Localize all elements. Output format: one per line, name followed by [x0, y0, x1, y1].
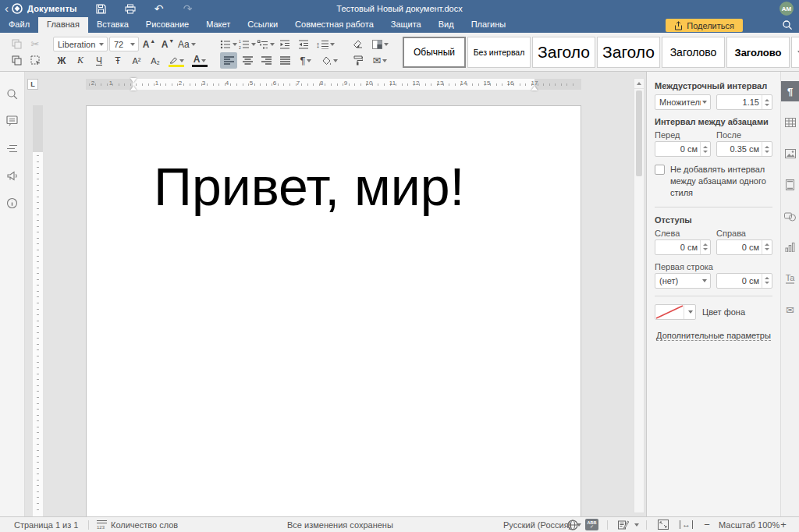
track-changes-button[interactable]	[618, 517, 639, 532]
tab-view[interactable]: Вид	[430, 17, 463, 33]
document-language-button[interactable]	[567, 517, 578, 532]
search-button[interactable]	[782, 20, 793, 30]
align-justify-button[interactable]	[276, 52, 293, 69]
decrease-indent-button[interactable]	[276, 36, 293, 52]
tab-references[interactable]: Ссылки	[239, 17, 286, 33]
bullet-list-button[interactable]	[220, 36, 237, 52]
increase-font-button[interactable]: A▲	[140, 36, 158, 52]
comments-button[interactable]	[5, 113, 20, 129]
zoom-in-button[interactable]: +	[778, 517, 789, 532]
spacing-after-spinner[interactable]: 0.35 см	[716, 141, 772, 157]
first-line-type-select[interactable]: (нет)	[655, 273, 711, 289]
tab-home[interactable]: Главная	[38, 17, 88, 33]
style-heading2[interactable]: Заголо	[597, 37, 660, 68]
font-size-select[interactable]: 72	[109, 37, 139, 51]
tab-textart-settings[interactable]: Ta	[781, 268, 799, 289]
numbered-list-button[interactable]: 12	[239, 36, 256, 52]
vertical-ruler[interactable]	[33, 105, 43, 516]
tab-image-settings[interactable]	[781, 144, 799, 164]
spacing-before-spinner[interactable]: 0 см	[655, 141, 711, 157]
indent-right-spinner[interactable]: 0 см	[716, 239, 772, 255]
align-right-button[interactable]	[257, 52, 275, 69]
line-spacing-type-select[interactable]: Множитель	[655, 94, 711, 110]
tab-paragraph-settings[interactable]: ¶	[781, 81, 799, 101]
navigation-button[interactable]	[5, 140, 20, 156]
left-indent-marker[interactable]	[130, 86, 137, 90]
back-button[interactable]: ‹	[0, 2, 12, 16]
right-indent-marker[interactable]	[531, 86, 538, 90]
change-case-button[interactable]: Aa	[178, 36, 196, 52]
fit-width-button[interactable]: ↔	[680, 517, 693, 532]
scroll-up-button[interactable]	[634, 79, 644, 89]
no-space-between-checkbox[interactable]	[655, 165, 665, 175]
align-center-button[interactable]	[239, 52, 256, 69]
nonprinting-chars-button[interactable]: ¶	[295, 52, 317, 69]
multilevel-list-button[interactable]	[257, 36, 275, 52]
style-no-spacing[interactable]: Без интервал	[467, 37, 531, 68]
tab-draw[interactable]: Рисование	[137, 17, 197, 33]
paragraph-shading-button[interactable]	[318, 52, 340, 69]
increase-indent-button[interactable]	[295, 36, 312, 52]
fit-page-button[interactable]	[658, 517, 669, 532]
horizontal-ruler[interactable]: 2 1 1 2 3 4 5 6 7 8 9 10 11 12 13 14 15 …	[86, 79, 581, 90]
select-all-button[interactable]	[27, 52, 44, 69]
spellcheck-button[interactable]: АБВ ✓	[585, 517, 598, 532]
tab-chart-settings[interactable]	[781, 237, 799, 257]
background-color-button[interactable]	[655, 304, 696, 320]
style-heading4[interactable]: Заголово	[726, 37, 790, 68]
share-button[interactable]: Поделиться	[666, 19, 743, 32]
save-button[interactable]	[94, 2, 108, 15]
document-text[interactable]: Привет, мир!	[87, 106, 581, 217]
redo-button[interactable]: ↷	[181, 2, 195, 15]
tab-stop-selector[interactable]: L	[27, 79, 38, 90]
page-number[interactable]: Страница 1 из 1	[14, 517, 78, 532]
tab-layout[interactable]: Макет	[197, 17, 239, 33]
strikeout-button[interactable]: Ŧ	[109, 52, 126, 69]
feedback-button[interactable]	[5, 168, 20, 183]
line-spacing-button[interactable]: ↕	[314, 36, 337, 52]
first-line-indent-marker[interactable]	[130, 78, 137, 83]
subscript-button[interactable]: A₂	[147, 52, 164, 69]
tab-plugins[interactable]: Плагины	[463, 17, 515, 33]
paste-button[interactable]	[8, 52, 25, 69]
align-left-button[interactable]	[220, 52, 237, 69]
font-color-button[interactable]: A	[189, 52, 211, 69]
tab-protection[interactable]: Защита	[382, 17, 430, 33]
italic-button[interactable]: K	[72, 52, 89, 69]
indent-left-spinner[interactable]: 0 см	[655, 239, 711, 255]
clear-style-button[interactable]	[350, 36, 367, 52]
cut-button[interactable]: ✂	[27, 36, 44, 52]
tab-insert[interactable]: Вставка	[88, 17, 137, 33]
highlight-color-button[interactable]	[165, 52, 187, 69]
tab-mailmerge-settings[interactable]: ✉	[781, 300, 799, 320]
bold-button[interactable]: Ж	[53, 52, 70, 69]
shading-button[interactable]	[368, 36, 392, 52]
about-button[interactable]	[5, 195, 20, 211]
font-name-select[interactable]: Liberation Sa	[53, 37, 108, 51]
decrease-font-button[interactable]: A▼	[159, 36, 176, 52]
tab-shape-settings[interactable]	[781, 206, 799, 226]
tab-headerfooter-settings[interactable]	[781, 175, 799, 195]
undo-button[interactable]: ↶	[152, 2, 166, 15]
avatar[interactable]: AM	[779, 2, 794, 16]
first-line-value-spinner[interactable]: 0 см	[716, 273, 772, 289]
find-button[interactable]	[5, 86, 20, 101]
advanced-settings-link[interactable]: Дополнительные параметры	[655, 331, 772, 340]
word-count[interactable]: 123 Количество слов	[97, 517, 178, 532]
mail-merge-button[interactable]: ✉	[368, 52, 392, 69]
zoom-out-button[interactable]: −	[701, 517, 712, 532]
copy-button[interactable]	[8, 36, 25, 52]
tab-file[interactable]: Файл	[0, 17, 38, 33]
vertical-scrollbar[interactable]	[634, 78, 645, 513]
underline-button[interactable]: Ч	[91, 52, 108, 69]
style-normal[interactable]: Обычный	[403, 37, 466, 68]
style-heading1[interactable]: Заголо	[532, 37, 595, 68]
zoom-value[interactable]: Масштаб 100%	[719, 517, 779, 532]
print-button[interactable]	[123, 2, 137, 15]
document-page[interactable]: Привет, мир!	[86, 105, 581, 516]
line-spacing-value-spinner[interactable]: 1.15	[716, 94, 772, 110]
tab-table-settings[interactable]	[781, 112, 799, 133]
style-heading3[interactable]: Заголово	[662, 37, 725, 68]
scrollbar-thumb[interactable]	[636, 90, 642, 176]
copy-style-button[interactable]	[350, 52, 367, 69]
